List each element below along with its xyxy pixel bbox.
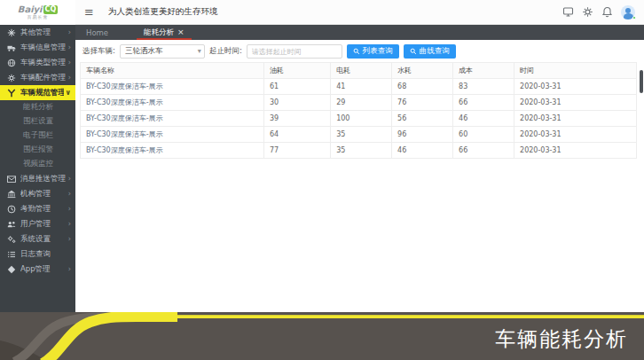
sidebar-item-label: 车辆类型管理	[20, 58, 67, 68]
value-cell: 64	[263, 127, 330, 143]
sidebar-item-vehicle-info-mgmt[interactable]: 车辆信息管理›	[0, 40, 75, 55]
search-icon	[410, 48, 417, 55]
sidebar-subitem-fence-alarm[interactable]: 围栏报警	[0, 143, 75, 157]
value-cell: 68	[392, 79, 453, 95]
sidebar-item-system-settings[interactable]: 系统设置›	[0, 231, 75, 247]
table-row: BY-C30深度保洁车-展示614168832020-03-31	[81, 79, 637, 95]
sidebar-item-vehicle-type-mgmt[interactable]: 车辆类型管理›	[0, 55, 75, 70]
company-slogan: 为人类创造更美好的生存环境	[108, 6, 218, 18]
value-cell: 77	[263, 143, 330, 159]
chevron-right-icon: ›	[68, 220, 71, 228]
sidebar-item-label: 考勤管理	[20, 204, 67, 215]
cogs-icon	[7, 235, 16, 244]
sidebar-item-label: App管理	[20, 264, 67, 275]
sidebar-nav: 其他管理›车辆信息管理›车辆类型管理›车辆配件管理›车辆规范管理∨能耗分析围栏设…	[0, 25, 75, 312]
app-window: Baiyi CQ 百易长青 ≡ 为人类创造更美好的生存环境	[0, 0, 644, 360]
sidebar-item-label: 机构管理	[20, 189, 67, 200]
sidebar-item-attendance-mgmt[interactable]: 考勤管理›	[0, 201, 75, 216]
column-header: 水耗	[392, 63, 453, 79]
list-icon	[7, 250, 16, 259]
chevron-right-icon: ›	[68, 28, 71, 36]
sidebar-item-label: 系统设置	[20, 234, 67, 245]
curve-query-label: 曲线查询	[420, 46, 450, 57]
close-icon[interactable]: ×	[177, 28, 185, 36]
sidebar-subitem-video-monitor[interactable]: 视频监控	[0, 157, 75, 171]
value-cell: 2020-03-31	[514, 143, 637, 159]
chevron-right-icon: ›	[68, 205, 71, 213]
search-icon	[353, 48, 360, 55]
value-cell: 30	[263, 95, 330, 111]
tab-bar: Home能耗分析×	[75, 25, 644, 40]
curve-query-button[interactable]: 曲线查询	[404, 44, 456, 59]
table-row: BY-C30深度保洁车-展示302976662020-03-31	[81, 95, 637, 111]
sidebar-item-app-mgmt[interactable]: App管理›	[0, 262, 75, 277]
truck-icon	[7, 43, 16, 52]
sidebar-item-label: 其他管理	[20, 27, 67, 38]
sidebar-item-user-mgmt[interactable]: 用户管理›	[0, 216, 75, 231]
users-icon	[7, 220, 16, 229]
value-cell: 2020-03-31	[514, 127, 637, 143]
bell-icon[interactable]	[601, 6, 613, 18]
time-range-label: 起止时间:	[209, 46, 242, 57]
value-cell: 39	[263, 111, 330, 127]
value-cell: 100	[331, 111, 392, 127]
monitor-icon[interactable]	[562, 6, 574, 18]
app-logo: Baiyi CQ 百易长青	[0, 0, 75, 25]
column-header: 车辆名称	[81, 63, 264, 79]
top-header: Baiyi CQ 百易长青 ≡ 为人类创造更美好的生存环境	[0, 0, 644, 25]
vehicle-select-label: 选择车辆:	[82, 46, 115, 57]
value-cell: 46	[453, 111, 514, 127]
sidebar-item-other-mgmt[interactable]: 其他管理›	[0, 25, 75, 40]
table-row: BY-C30深度保洁车-展示3910056462020-03-31	[81, 111, 637, 127]
vehicle-name-cell: BY-C30深度保洁车-展示	[81, 95, 264, 111]
scrollbar-thumb[interactable]	[640, 70, 643, 93]
gear-icon[interactable]	[582, 6, 593, 18]
sidebar-item-label: 日志查询	[20, 249, 71, 260]
sidebar-item-label: 车辆信息管理	[20, 43, 67, 53]
value-cell: 2020-03-31	[514, 111, 637, 127]
tab-energy-analysis[interactable]: 能耗分析×	[133, 25, 195, 40]
diamond-icon	[7, 265, 16, 274]
sidebar-item-org-mgmt[interactable]: 机构管理›	[0, 186, 75, 201]
value-cell: 46	[392, 143, 453, 159]
sidebar-item-log-query[interactable]: 日志查询	[0, 247, 75, 262]
sidebar-item-vehicle-standard-mgmt[interactable]: 车辆规范管理∨	[0, 85, 75, 100]
sidebar-item-label: 用户管理	[20, 219, 67, 230]
vehicle-select[interactable]: 三轮洒水车 ▾	[120, 44, 205, 59]
energy-table: 车辆名称油耗电耗水耗成本时间 BY-C30深度保洁车-展示61416883202…	[80, 62, 637, 159]
hamburger-menu-icon[interactable]: ≡	[84, 6, 94, 18]
sidebar-submenu: 能耗分析围栏设置电子围栏围栏报警视频监控	[0, 100, 75, 171]
value-cell: 76	[392, 95, 453, 111]
value-cell: 29	[331, 95, 392, 111]
envelope-icon	[7, 175, 16, 184]
value-cell: 60	[453, 127, 514, 143]
tab-home[interactable]: Home	[75, 25, 119, 40]
sidebar-item-msg-push-mgmt[interactable]: 消息推送管理›	[0, 171, 75, 186]
sidebar-item-vehicle-parts-mgmt[interactable]: 车辆配件管理›	[0, 70, 75, 85]
sidebar-subitem-e-fence[interactable]: 电子围栏	[0, 129, 75, 143]
logo-text: Baiyi	[18, 5, 43, 14]
chevron-right-icon: ›	[68, 175, 71, 183]
column-header: 成本	[453, 63, 514, 79]
time-range-input[interactable]	[247, 44, 342, 59]
vehicle-name-cell: BY-C30深度保洁车-展示	[81, 79, 264, 95]
chevron-down-icon: ∨	[66, 89, 72, 97]
online-status-dot	[632, 16, 636, 20]
list-query-button[interactable]: 列表查询	[347, 44, 399, 59]
chevron-down-icon: ▾	[198, 47, 201, 55]
column-header: 油耗	[263, 63, 330, 79]
sidebar-item-label: 车辆规范管理	[20, 88, 64, 98]
sidebar-subitem-energy-analysis[interactable]: 能耗分析	[0, 100, 75, 114]
value-cell: 66	[453, 95, 514, 111]
table-row: BY-C30深度保洁车-展示643596602020-03-31	[81, 127, 637, 143]
vehicle-name-cell: BY-C30深度保洁车-展示	[81, 111, 264, 127]
chevron-right-icon: ›	[68, 43, 71, 51]
tab-label: 能耗分析	[144, 27, 174, 38]
sidebar-subitem-fence-settings[interactable]: 围栏设置	[0, 114, 75, 129]
table-header-row: 车辆名称油耗电耗水耗成本时间	[81, 63, 637, 79]
column-header: 电耗	[331, 63, 392, 79]
list-query-label: 列表查询	[363, 46, 393, 57]
user-avatar[interactable]	[621, 5, 635, 20]
globe-icon	[7, 59, 16, 67]
value-cell: 35	[331, 143, 392, 159]
